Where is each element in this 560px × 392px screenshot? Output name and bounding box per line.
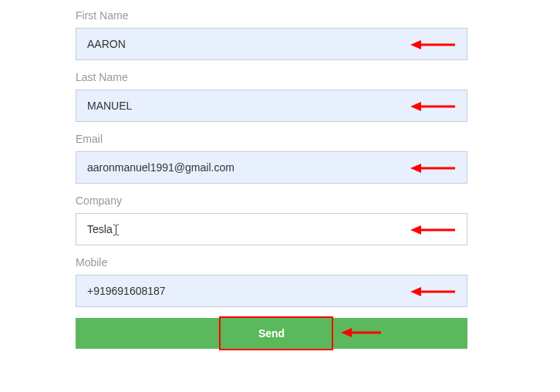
last-name-label: Last Name xyxy=(76,71,467,83)
company-label: Company xyxy=(76,194,467,207)
last-name-group: Last Name xyxy=(76,71,467,122)
send-row: Send xyxy=(76,318,467,349)
first-name-input[interactable] xyxy=(76,28,467,60)
last-name-input[interactable] xyxy=(76,90,467,122)
first-name-label: First Name xyxy=(76,9,467,22)
contact-form: First Name Last Name Email xyxy=(76,9,467,349)
company-group: Company xyxy=(76,194,467,245)
first-name-group: First Name xyxy=(76,9,467,60)
email-input[interactable] xyxy=(76,151,467,184)
email-label: Email xyxy=(76,133,467,145)
mobile-input[interactable] xyxy=(76,275,467,307)
mobile-group: Mobile xyxy=(76,256,467,307)
send-button[interactable]: Send xyxy=(76,318,467,349)
mobile-label: Mobile xyxy=(76,256,467,269)
email-group: Email xyxy=(76,133,467,184)
company-input[interactable] xyxy=(76,213,467,245)
